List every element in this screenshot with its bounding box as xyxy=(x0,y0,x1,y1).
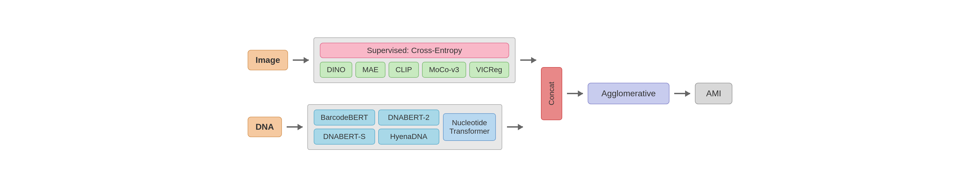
image-row: Image Supervised: Cross-Entropy DINO MAE… xyxy=(248,37,536,83)
image-arrow-line xyxy=(293,59,309,61)
dna-arrow-line xyxy=(287,126,302,128)
dna-group-out-arrow-line xyxy=(507,126,523,128)
image-group-container: Supervised: Cross-Entropy DINO MAE CLIP … xyxy=(313,37,515,83)
model-mocov3: MoCo-v3 xyxy=(422,62,466,78)
model-dnabertS: DNABERT-S xyxy=(314,128,375,144)
image-arrow xyxy=(293,59,309,61)
model-hyenadna: HyenaDNA xyxy=(378,128,439,144)
dna-grid: BarcodeBERT DNABERT-2 DNABERT-S HyenaDNA xyxy=(314,109,439,144)
dna-row: DNA BarcodeBERT DNABERT-2 DNABERT-S Hyen… xyxy=(248,104,523,150)
model-dino: DINO xyxy=(320,62,352,78)
agglomerative-out-arrow xyxy=(674,93,690,94)
nucleotide-transformer-box: NucleotideTransformer xyxy=(443,113,496,141)
concat-out-arrow xyxy=(567,93,583,94)
model-barcodebert: BarcodeBERT xyxy=(314,109,375,125)
dna-section: BarcodeBERT DNABERT-2 DNABERT-S HyenaDNA… xyxy=(314,109,496,144)
model-dnabert2: DNABERT-2 xyxy=(378,109,439,125)
image-group-out-arrow xyxy=(520,59,536,61)
dna-group-out-arrow xyxy=(507,126,523,128)
image-model-row: DINO MAE CLIP MoCo-v3 VICReg xyxy=(320,62,509,78)
image-input-box: Image xyxy=(248,50,288,70)
concat-out-arrow-line xyxy=(567,93,583,94)
dna-group-container: BarcodeBERT DNABERT-2 DNABERT-S HyenaDNA… xyxy=(307,104,502,150)
agglomerative-out-arrow-line xyxy=(674,93,690,94)
concat-box: Concat xyxy=(541,67,562,120)
model-vicreg: VICReg xyxy=(469,62,509,78)
model-mae: MAE xyxy=(355,62,385,78)
dna-input-box: DNA xyxy=(248,117,282,137)
image-group-out-arrow-line xyxy=(520,59,536,61)
dna-arrow xyxy=(287,126,302,128)
ami-box: AMI xyxy=(695,83,732,104)
agglomerative-box: Agglomerative xyxy=(588,83,670,104)
supervised-label: Supervised: Cross-Entropy xyxy=(320,43,509,58)
model-clip: CLIP xyxy=(388,62,419,78)
diagram: Image Supervised: Cross-Entropy DINO MAE… xyxy=(237,29,743,158)
inputs-column: Image Supervised: Cross-Entropy DINO MAE… xyxy=(248,37,536,150)
